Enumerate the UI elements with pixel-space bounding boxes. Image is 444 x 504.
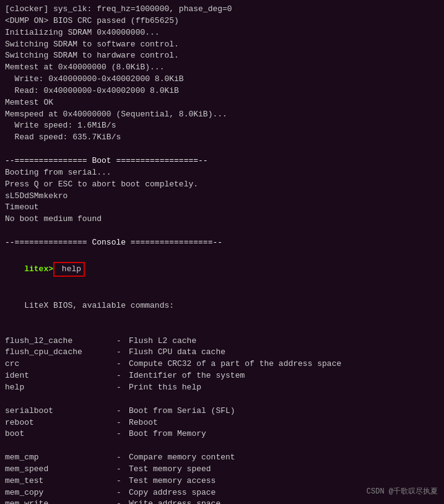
line-memtest-at: Memtest at 0x40000000 (8.0KiB)... (5, 62, 439, 74)
line-booting: Booting from serial... (5, 167, 439, 179)
cmd-desc-mem-write: Write address space (129, 498, 220, 504)
blank-3 (5, 324, 439, 336)
cmd-name-ident: ident (5, 370, 116, 382)
cmd-desc-mem-copy: Copy address space (129, 487, 215, 499)
line-random: sL5DdSMmkekro (5, 191, 439, 202)
cmd-name-mem-test: mem_test (5, 476, 116, 487)
cmd-mem-write: mem_write - Write address space (5, 498, 439, 504)
cmd-desc-flush-cpu: Flush CPU data cache (129, 347, 225, 358)
litex-prompt-1: litex> (24, 264, 53, 274)
cmd-dash-10: - (116, 464, 129, 476)
cmd-desc-ident: Identifier of the system (129, 370, 245, 382)
cmd-dash-2: - (116, 347, 129, 358)
cmd-name-serialboot: serialboot (5, 406, 116, 417)
line-memspeed: Memspeed at 0x40000000 (Sequential, 8.0K… (5, 109, 439, 121)
cmd-serialboot: serialboot - Boot from Serial (SFL) (5, 406, 439, 417)
cmd-mem-speed: mem_speed - Test memory speed (5, 464, 439, 476)
blank-5 (5, 440, 439, 452)
cmd-name-flush-l2: flush_l2_cache (5, 336, 116, 347)
line-press-q: Press Q or ESC to abort boot completely. (5, 179, 439, 191)
cmd-name-mem-cmp: mem_cmp (5, 452, 116, 464)
cmd-ident: ident - Identifier of the system (5, 370, 439, 382)
cmd-dash-6: - (116, 406, 129, 417)
prompt-help-line: litex> help (5, 250, 439, 289)
cmd-dash-12: - (116, 487, 129, 499)
cmd-reboot: reboot - Reboot (5, 417, 439, 429)
line-clocker: [clocker] sys_clk: freq_hz=1000000, phas… (5, 4, 439, 15)
cmd-desc-mem-test: Test memory access (129, 476, 215, 487)
terminal: [clocker] sys_clk: freq_hz=1000000, phas… (0, 0, 444, 504)
cmd-name-boot: boot (5, 428, 116, 440)
boot-section-header: --=============== Boot =================… (5, 155, 439, 167)
cmd-dash-3: - (116, 358, 129, 370)
cmd-dash-4: - (116, 370, 129, 382)
cmd-name-mem-copy: mem_copy (5, 487, 116, 499)
cmd-dash-8: - (116, 428, 129, 440)
line-sdram-init: Initializing SDRAM 0x40000000... (5, 27, 439, 39)
cmd-name-flush-cpu: flush_cpu_dcache (5, 347, 116, 358)
cmd-name-help: help (5, 382, 116, 394)
cmd-dash-9: - (116, 452, 129, 464)
cmd-desc-flush-l2: Flush L2 cache (129, 336, 196, 347)
cmd-name-mem-write: mem_write (5, 498, 116, 504)
cmd-dash-7: - (116, 417, 129, 429)
cmd-name-crc: crc (5, 358, 116, 370)
line-memtest-read: Read: 0x40000000-0x40002000 8.0KiB (5, 85, 439, 97)
cmd-dash-13: - (116, 498, 129, 504)
cmd-desc-reboot: Reboot (129, 417, 158, 429)
cmd-desc-boot: Boot from Memory (129, 428, 206, 440)
watermark: CSDN @千歌叹尽执夏 (367, 486, 438, 497)
cmd-name-reboot: reboot (5, 417, 116, 429)
line-sdram-sw: Switching SDRAM to software control. (5, 39, 439, 51)
line-timeout: Timeout (5, 202, 439, 214)
cmd-desc-serialboot: Boot from Serial (SFL) (129, 406, 235, 417)
cmd-dash-5: - (116, 382, 129, 394)
cmd-boot: boot - Boot from Memory (5, 428, 439, 440)
cmd-help: help - Print this help (5, 382, 439, 394)
blank-1 (5, 144, 439, 155)
line-sdram-hw: Switching SDRAM to hardware control. (5, 50, 439, 62)
cmd-dash-11: - (116, 476, 129, 487)
cmd-crc: crc - Compute CRC32 of a part of the add… (5, 358, 439, 370)
cmd-mem-test: mem_test - Test memory access (5, 476, 439, 487)
cmd-desc-mem-speed: Test memory speed (129, 464, 211, 476)
cmd-desc-help: Print this help (129, 382, 201, 394)
line-read-speed: Read speed: 635.7KiB/s (5, 132, 439, 144)
cmd-flush-l2: flush_l2_cache - Flush L2 cache (5, 336, 439, 347)
line-memtest-write: Write: 0x40000000-0x40002000 8.0KiB (5, 74, 439, 85)
bios-header-text: LiteX BIOS, available commands: (24, 301, 174, 310)
blank-4 (5, 394, 439, 406)
cmd-mem-cmp: mem_cmp - Compare memory content (5, 452, 439, 464)
blank-2 (5, 225, 439, 237)
console-section-header: --=============== Console ==============… (5, 237, 439, 249)
cmd-dash-1: - (116, 336, 129, 347)
cmd-desc-crc: Compute CRC32 of a part of the address s… (129, 358, 341, 370)
line-memtest-ok: Memtest OK (5, 97, 439, 109)
line-dump: <DUMP ON> BIOS CRC passed (ffb65625) (5, 15, 439, 27)
line-no-boot: No boot medium found (5, 214, 439, 225)
help-command-box: help (53, 262, 85, 277)
cmd-desc-mem-cmp: Compare memory content (129, 452, 235, 464)
bios-header-line: LiteX BIOS, available commands: (5, 289, 439, 324)
line-write-speed: Write speed: 1.6MiB/s (5, 120, 439, 132)
cmd-name-mem-speed: mem_speed (5, 464, 116, 476)
cmd-flush-cpu: flush_cpu_dcache - Flush CPU data cache (5, 347, 439, 358)
